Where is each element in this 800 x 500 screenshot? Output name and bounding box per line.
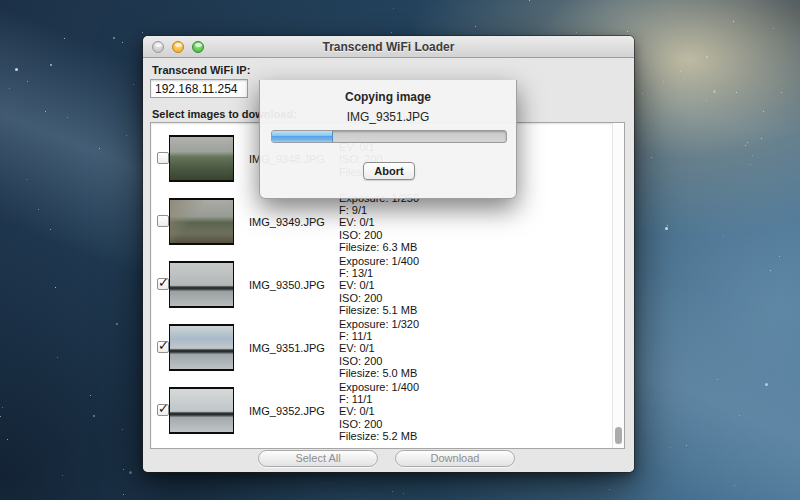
star	[129, 471, 132, 474]
star	[686, 445, 687, 446]
exif-details: Exposure: 1/320 F: 11/1 EV: 0/1 ISO: 200…	[339, 318, 419, 379]
star	[779, 256, 780, 257]
star	[761, 138, 762, 139]
exif-details: Exposure: 1/400 F: 13/1 EV: 0/1 ISO: 200…	[339, 255, 419, 316]
star	[667, 225, 668, 226]
star	[62, 475, 63, 476]
image-filename: IMG_9350.JPG	[249, 279, 339, 291]
star	[684, 78, 685, 79]
exif-f: F: 13/1	[339, 267, 419, 279]
star	[67, 117, 68, 118]
exif-ev: EV: 0/1	[339, 405, 419, 417]
image-filename: IMG_9351.JPG	[249, 342, 339, 354]
thumbnail	[169, 387, 234, 434]
abort-button[interactable]: Abort	[363, 162, 415, 180]
checkbox[interactable]: ✓	[157, 404, 169, 416]
star	[2, 407, 3, 408]
star	[50, 229, 51, 230]
copying-dialog: Copying image IMG_9351.JPG Abort	[259, 80, 517, 199]
list-item[interactable]: ✓ IMG_9351.JPG Exposure: 1/320 F: 11/1 E…	[151, 316, 606, 379]
star	[706, 56, 708, 58]
star	[713, 90, 716, 93]
star	[736, 92, 737, 93]
checkbox[interactable]: ✓	[157, 278, 169, 290]
exif-iso: ISO: 200	[339, 229, 419, 241]
window-content: Transcend WiFi IP: Select images to down…	[143, 58, 634, 472]
ip-input[interactable]	[150, 79, 248, 98]
star	[770, 270, 771, 271]
exif-ev: EV: 0/1	[339, 216, 419, 228]
star	[15, 68, 18, 71]
exif-exposure: Exposure: 1/320	[339, 318, 419, 330]
star	[126, 135, 127, 136]
star	[123, 494, 124, 495]
star	[99, 148, 100, 149]
star	[734, 485, 735, 486]
image-filename: IMG_9349.JPG	[249, 216, 339, 228]
star	[7, 439, 8, 440]
star	[475, 26, 476, 27]
star	[665, 227, 668, 230]
thumbnail	[169, 135, 234, 182]
star	[93, 415, 95, 417]
exif-iso: ISO: 200	[339, 292, 419, 304]
exif-f: F: 11/1	[339, 393, 419, 405]
star	[680, 71, 681, 72]
star	[113, 37, 115, 39]
star	[723, 236, 724, 237]
scrollbar-track[interactable]	[612, 123, 624, 448]
star	[26, 179, 27, 180]
star	[90, 395, 91, 396]
star	[393, 8, 394, 9]
star	[122, 429, 123, 430]
star	[781, 92, 782, 93]
star	[717, 379, 718, 380]
star	[0, 416, 1, 417]
checkbox[interactable]: ✓	[157, 341, 169, 353]
star	[27, 81, 28, 82]
checkmark-icon: ✓	[158, 338, 169, 353]
star	[773, 28, 774, 29]
star	[57, 357, 58, 358]
star	[55, 287, 56, 288]
star	[670, 447, 671, 448]
checkbox[interactable]: ✓	[157, 215, 169, 227]
star	[116, 323, 118, 325]
app-window: Transcend WiFi Loader Transcend WiFi IP:…	[143, 36, 634, 472]
star	[750, 164, 751, 165]
exif-iso: ISO: 200	[339, 355, 419, 367]
star	[747, 142, 748, 143]
star	[739, 415, 740, 416]
window-title: Transcend WiFi Loader	[143, 40, 634, 54]
star	[142, 32, 143, 33]
star	[391, 32, 392, 33]
download-button[interactable]: Download	[395, 450, 515, 467]
list-item[interactable]: ✓ IMG_9350.JPG Exposure: 1/400 F: 13/1 E…	[151, 253, 606, 316]
title-bar[interactable]: Transcend WiFi Loader	[143, 36, 634, 58]
exif-ev: EV: 0/1	[339, 279, 419, 291]
star	[576, 32, 577, 33]
desktop-wallpaper: Transcend WiFi Loader Transcend WiFi IP:…	[0, 0, 800, 500]
image-filename: IMG_9352.JPG	[249, 405, 339, 417]
exif-ev: EV: 0/1	[339, 342, 419, 354]
star	[651, 157, 652, 158]
star	[609, 489, 610, 490]
star	[133, 84, 134, 85]
scrollbar-thumb[interactable]	[615, 427, 622, 444]
thumbnail	[169, 261, 234, 308]
exif-details: Exposure: 1/250 F: 9/1 EV: 0/1 ISO: 200 …	[339, 192, 419, 253]
star	[50, 64, 52, 66]
star	[123, 469, 124, 470]
exif-iso: ISO: 200	[339, 418, 419, 430]
star	[392, 491, 393, 492]
thumbnail	[169, 198, 234, 245]
star	[38, 209, 39, 210]
star	[752, 155, 753, 156]
star	[403, 493, 404, 494]
exif-filesize: Filesize: 5.0 MB	[339, 367, 419, 379]
select-all-button[interactable]: Select All	[258, 450, 378, 467]
checkbox[interactable]: ✓	[157, 152, 169, 164]
list-item[interactable]: ✓ IMG_9352.JPG Exposure: 1/400 F: 11/1 E…	[151, 379, 606, 442]
star	[642, 93, 643, 94]
list-item[interactable]: ✓ IMG_9349.JPG Exposure: 1/250 F: 9/1 EV…	[151, 190, 606, 253]
